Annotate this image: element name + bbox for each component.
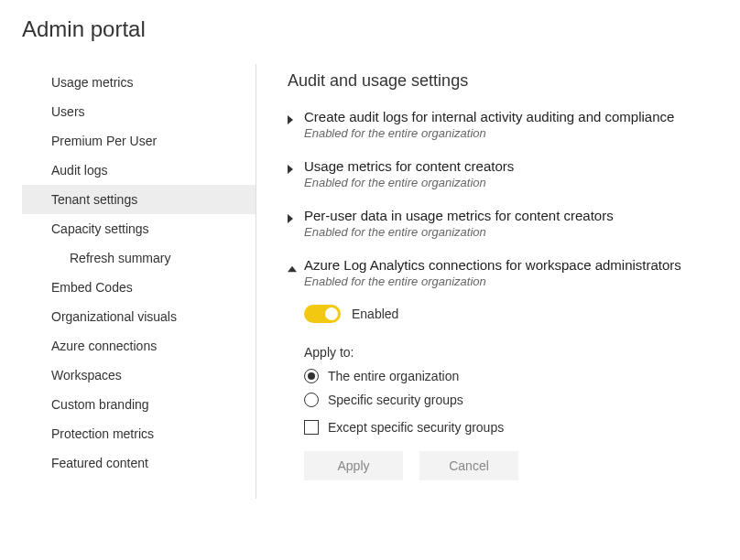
sidebar-item-tenant-settings[interactable]: Tenant settings [22,185,256,214]
sidebar-item-featured-content[interactable]: Featured content [22,448,256,478]
caret-right-icon [288,162,297,177]
setting-per-user-data[interactable]: Per-user data in usage metrics for conte… [288,208,725,239]
caret-down-icon [288,261,297,275]
setting-expanded-body: Enabled Apply to: The entire organizatio… [304,305,725,480]
enabled-toggle[interactable] [304,305,341,323]
cancel-button[interactable]: Cancel [419,451,518,480]
svg-marker-0 [288,115,293,124]
sidebar-item-users[interactable]: Users [22,97,256,126]
setting-azure-log-analytics[interactable]: Azure Log Analytics connections for work… [288,257,725,480]
svg-marker-1 [288,165,293,174]
setting-status: Enabled for the entire organization [304,225,725,239]
setting-title: Per-user data in usage metrics for conte… [304,208,725,223]
svg-marker-3 [288,266,297,273]
radio-icon [304,393,319,407]
setting-title: Create audit logs for internal activity … [304,109,725,124]
setting-audit-logs[interactable]: Create audit logs for internal activity … [288,109,725,140]
apply-button[interactable]: Apply [304,451,403,480]
setting-title: Azure Log Analytics connections for work… [304,257,725,273]
sidebar-item-premium-per-user[interactable]: Premium Per User [22,126,256,156]
checkbox-label: Except specific security groups [328,420,504,435]
radio-specific-groups[interactable]: Specific security groups [304,393,725,407]
toggle-knob [325,307,338,320]
sidebar-item-usage-metrics[interactable]: Usage metrics [22,68,256,97]
sidebar-item-azure-connections[interactable]: Azure connections [22,331,256,361]
svg-marker-2 [288,214,293,223]
sidebar-item-capacity-settings[interactable]: Capacity settings [22,214,256,243]
section-title: Audit and usage settings [288,71,725,91]
setting-status: Enabled for the entire organization [304,176,725,189]
setting-title: Usage metrics for content creators [304,158,725,174]
checkbox-icon [304,420,319,435]
sidebar-item-embed-codes[interactable]: Embed Codes [22,273,256,302]
sidebar-item-workspaces[interactable]: Workspaces [22,361,256,390]
setting-usage-metrics[interactable]: Usage metrics for content creators Enabl… [288,158,725,189]
sidebar-item-protection-metrics[interactable]: Protection metrics [22,419,256,448]
sidebar-item-refresh-summary[interactable]: Refresh summary [22,243,256,273]
page-title: Admin portal [22,16,740,42]
apply-to-label: Apply to: [304,345,725,360]
radio-label: Specific security groups [328,393,463,407]
main-content: Audit and usage settings Create audit lo… [256,64,740,499]
except-checkbox-row[interactable]: Except specific security groups [304,420,725,435]
caret-right-icon [288,113,297,127]
radio-label: The entire organization [328,369,459,383]
toggle-label: Enabled [352,307,398,321]
sidebar: Usage metrics Users Premium Per User Aud… [22,64,256,499]
radio-entire-org[interactable]: The entire organization [304,369,725,383]
setting-status: Enabled for the entire organization [304,126,725,140]
radio-icon [304,369,319,383]
sidebar-item-organizational-visuals[interactable]: Organizational visuals [22,302,256,331]
sidebar-item-audit-logs[interactable]: Audit logs [22,156,256,185]
caret-right-icon [288,211,297,226]
setting-status: Enabled for the entire organization [304,275,725,288]
sidebar-item-custom-branding[interactable]: Custom branding [22,390,256,419]
